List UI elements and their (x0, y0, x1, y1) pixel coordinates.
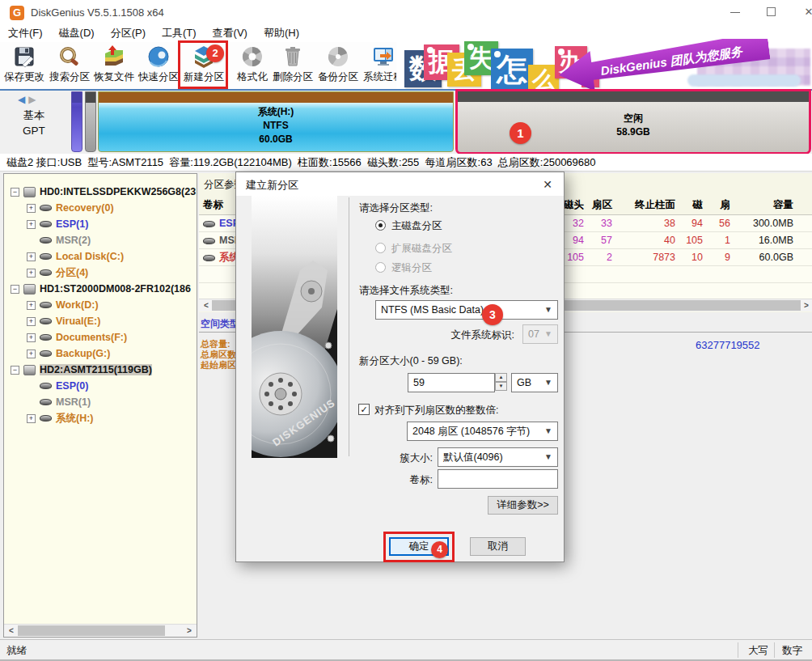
menu-help[interactable]: 帮助(H) (264, 26, 299, 40)
tree-item-work-d-[interactable]: +Work(D:) (4, 297, 197, 313)
tree-item-esp-1-[interactable]: +ESP(1) (4, 216, 197, 232)
system-partition-name: 系统(H:) (99, 105, 453, 119)
size-unit-value: GB (517, 377, 531, 388)
close-button[interactable]: ✕ (797, 0, 812, 24)
stepper-down-icon[interactable]: ▼ (495, 382, 507, 391)
tree-item-msr-1-[interactable]: MSR(1) (4, 394, 197, 410)
column-header[interactable]: 启 (797, 194, 812, 215)
tile-dot (494, 51, 501, 57)
partition-type-label: 请选择分区类型: (359, 201, 433, 215)
backup-icon (326, 44, 350, 69)
tree-item-hd2-asmt2115-119gb-[interactable]: −HD2:ASMT2115(119GB) (4, 362, 197, 378)
column-header[interactable]: 容量 (734, 194, 797, 215)
cancel-button[interactable]: 取消 (470, 537, 526, 556)
tree-item-esp-0-[interactable]: ESP(0) (4, 378, 197, 394)
size-input[interactable]: 59 (408, 373, 495, 392)
tree-item--h-[interactable]: +系统(H:) (4, 410, 197, 426)
tile-dot (427, 47, 433, 53)
expand-icon[interactable]: + (27, 204, 36, 213)
menu-view[interactable]: 查看(V) (213, 26, 247, 40)
tree-item-hd0-intelssdpekkw256g8-23[interactable]: −HD0:INTELSSDPEKKW256G8(23 (4, 184, 197, 200)
toolbar-format[interactable]: 格式化 (230, 44, 275, 88)
toolbar-delete-partition[interactable]: 删除分区 (270, 44, 315, 88)
partition-icon (40, 399, 52, 405)
maximize-button[interactable] (759, 0, 786, 24)
expand-icon[interactable]: + (27, 333, 36, 342)
toolbar-save-changes[interactable]: 保存更改 (2, 44, 47, 88)
disk-nav-arrows[interactable]: ◀▶ (18, 94, 39, 105)
partition-block-system[interactable]: 系统(H:) NTFS 60.0GB (98, 91, 454, 152)
fs-type-select[interactable]: NTFS (MS Basic Data) ▼ (375, 300, 558, 320)
scroll-left-icon[interactable]: < (6, 625, 17, 637)
next-disk-icon[interactable]: ▶ (28, 94, 39, 105)
minimize-button[interactable] (722, 0, 750, 24)
expand-icon[interactable]: + (27, 414, 36, 423)
expand-icon[interactable]: + (27, 269, 36, 278)
expand-icon[interactable]: + (27, 252, 36, 261)
main-area: −HD0:INTELSSDPEKKW256G8(23+Recovery(0)+E… (0, 172, 812, 639)
collapse-icon[interactable]: − (11, 285, 19, 294)
tree-scroll-thumb[interactable] (18, 625, 165, 636)
disk-type-label: 基本 (0, 108, 68, 123)
scroll-right-icon[interactable]: > (801, 299, 812, 311)
align-sectors-value: 2048 扇区 (1048576 字节) (412, 426, 530, 437)
radio-partition-type-2[interactable] (375, 262, 386, 273)
menu-partition[interactable]: 分区(P) (111, 26, 146, 40)
column-header[interactable]: 扇区 (588, 194, 616, 215)
tree-horizontal-scrollbar[interactable]: < > (4, 624, 197, 637)
size-stepper[interactable]: ▲ ▼ (495, 373, 507, 392)
menu-disk[interactable]: 磁盘(D) (59, 26, 95, 40)
expand-icon[interactable]: + (27, 301, 36, 310)
radio-partition-type-0[interactable] (375, 220, 386, 231)
partition-block-esp[interactable] (71, 91, 82, 152)
dialog-close-icon[interactable]: ✕ (539, 176, 556, 193)
tree-item-virual-e-[interactable]: +Virual(E:) (4, 313, 197, 329)
table-cell: 33 (588, 215, 616, 232)
partition-block-free[interactable]: 空闲 58.9GB (458, 91, 809, 152)
toolbar-label: 保存更改 (2, 70, 47, 84)
menu-tools[interactable]: 工具(T) (162, 26, 197, 40)
dialog-title-bar: 建立新分区 ✕ (236, 172, 564, 196)
column-header[interactable]: 终止柱面 (616, 194, 679, 215)
expand-icon[interactable]: + (27, 317, 36, 326)
tree-item--4-[interactable]: +分区(4) (4, 265, 197, 281)
collapse-icon[interactable]: − (11, 366, 19, 375)
status-separator (738, 642, 738, 658)
banner-tile: 怎 (491, 49, 533, 89)
fs-id-select: 07 ▼ (522, 324, 558, 344)
menu-file[interactable]: 文件(F) (8, 26, 43, 40)
expand-icon[interactable]: + (27, 350, 36, 358)
align-sectors-select[interactable]: 2048 扇区 (1048576 字节) ▼ (407, 422, 558, 441)
align-checkbox[interactable]: ✓ (358, 404, 370, 415)
scroll-left-icon[interactable]: < (201, 299, 212, 311)
column-header[interactable]: 扇区 (707, 194, 734, 215)
scroll-right-icon[interactable]: > (184, 625, 195, 637)
toolbar-search-partition[interactable]: 搜索分区 (47, 44, 92, 88)
volume-input[interactable] (438, 469, 558, 489)
tree-item-hd1-st2000dm008-2fr102-186[interactable]: −HD1:ST2000DM008-2FR102(186 (4, 281, 197, 297)
details-button[interactable]: 详细参数>> (488, 496, 558, 515)
stepper-up-icon[interactable]: ▲ (495, 373, 507, 382)
disk-icon (23, 187, 36, 197)
toolbar-recover-files[interactable]: 恢复文件 (91, 44, 137, 88)
maximize-icon (767, 7, 776, 16)
tree-item-documents-f-[interactable]: +Documents(F:) (4, 329, 197, 345)
radio-partition-type-1[interactable] (375, 243, 386, 253)
tree-item-recovery-0-[interactable]: +Recovery(0) (4, 200, 197, 216)
size-unit-select[interactable]: GB ▼ (511, 373, 558, 392)
collapse-icon[interactable]: − (11, 188, 19, 197)
table-cell: 7873 (616, 249, 679, 266)
tree-item-label: Recovery(0) (56, 202, 114, 214)
cluster-size-select[interactable]: 默认值(4096) ▼ (438, 447, 558, 467)
expand-icon[interactable]: + (27, 220, 36, 229)
toolbar-backup-partition[interactable]: 备份分区 (315, 44, 361, 88)
tree-item-local-disk-c-[interactable]: +Local Disk(C:) (4, 248, 197, 265)
tree-item-backup-g-[interactable]: +Backup(G:) (4, 345, 197, 362)
toolbar-quick-partition[interactable]: 快速分区 (136, 44, 181, 88)
table-cell: 94 (679, 215, 707, 232)
tree-item-msr-2-[interactable]: MSR(2) (4, 232, 197, 248)
partition-block-msr[interactable] (85, 91, 96, 152)
tree-item-label: ESP(1) (56, 218, 88, 230)
prev-disk-icon[interactable]: ◀ (18, 94, 28, 105)
column-header[interactable]: 磁头 (679, 194, 707, 215)
